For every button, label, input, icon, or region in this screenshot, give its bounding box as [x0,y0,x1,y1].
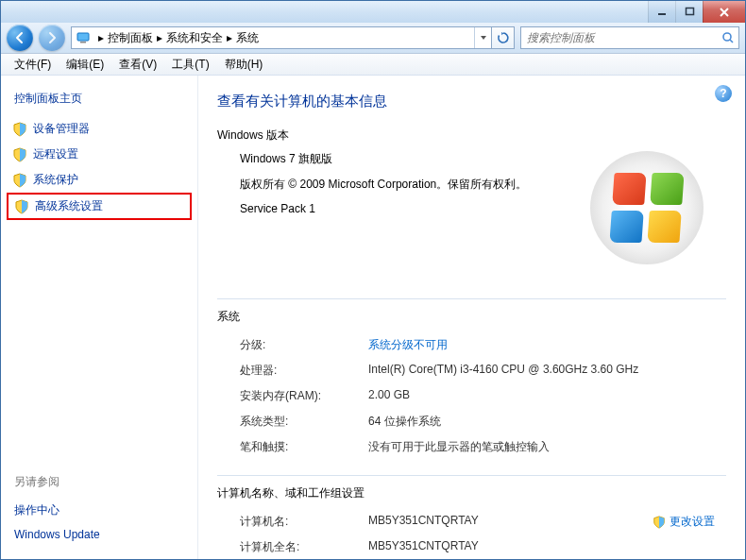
sidebar-item-device-manager[interactable]: 设备管理器 [1,116,197,142]
refresh-icon [497,31,510,44]
address-bar-row: ▸ 控制面板 ▸ 系统和安全 ▸ 系统 [1,23,745,54]
content-pane: ? 查看有关计算机的基本信息 Windows 版本 Windows 7 旗舰版 … [197,76,745,559]
sidebar-item-label: 系统保护 [33,172,78,188]
row-computer-name: 计算机名: MB5Y351CNTQRTAY 更改设置 [217,509,726,535]
value-processor: Intel(R) Core(TM) i3-4160 CPU @ 3.60GHz … [368,363,726,379]
page-title: 查看有关计算机的基本信息 [217,93,726,110]
menu-file[interactable]: 文件(F) [7,55,59,75]
chevron-down-icon [480,34,487,42]
close-icon [719,7,730,18]
breadcrumb-separator-icon: ▸ [153,31,166,44]
sidebar-item-label: 远程设置 [33,146,78,162]
windows-flag-yellow [647,211,681,243]
minimize-icon [657,7,668,17]
windows-flag-red [612,173,646,205]
see-also-windows-update[interactable]: Windows Update [14,523,184,546]
shield-icon [12,122,27,137]
search-icon [721,31,735,44]
breadcrumb-segment[interactable]: 系统 [236,30,259,46]
value-computer-full-name: MB5Y351CNTQRTAY [368,539,726,555]
sidebar-home-link[interactable]: 控制面板主页 [1,87,197,116]
divider [217,475,726,476]
sidebar: 控制面板主页 设备管理器 远程设置 系统保护 高级系统设置 另请参阅 操作中心 … [1,76,197,559]
window-titlebar [1,1,745,23]
menu-help[interactable]: 帮助(H) [217,55,271,75]
svg-rect-1 [686,8,693,15]
refresh-button[interactable] [492,26,515,49]
label-rating: 分级: [240,337,368,353]
forward-button[interactable] [39,25,65,51]
address-dropdown-button[interactable] [474,27,491,48]
change-settings-label: 更改设置 [670,514,715,530]
see-also-section: 另请参阅 操作中心 Windows Update [1,474,197,559]
search-box [520,26,739,49]
see-also-title: 另请参阅 [14,474,184,490]
row-pen-touch: 笔和触摸: 没有可用于此显示器的笔或触控输入 [217,434,726,460]
sidebar-item-label: 设备管理器 [33,121,90,137]
windows-logo [590,151,715,276]
svg-rect-2 [77,33,89,41]
label-computer-full-name: 计算机全名: [240,539,368,555]
value-computer-name: MB5Y351CNTQRTAY [368,514,653,530]
windows-flag-blue [609,211,643,243]
shield-icon [12,173,27,188]
row-ram: 安装内存(RAM): 2.00 GB [217,383,726,409]
back-arrow-icon [13,31,26,44]
section-windows-edition: Windows 7 旗舰版 版权所有 © 2009 Microsoft Corp… [217,151,726,283]
shield-icon [14,199,29,214]
change-settings-link[interactable]: 更改设置 [653,514,715,530]
menu-bar: 文件(F) 编辑(E) 查看(V) 工具(T) 帮助(H) [1,54,745,76]
svg-point-4 [723,33,731,41]
section-computer-name-title: 计算机名称、域和工作组设置 [217,485,726,501]
search-button[interactable] [718,31,738,44]
value-rating-link[interactable]: 系统分级不可用 [368,337,726,353]
svg-rect-0 [658,13,666,15]
value-pen-touch: 没有可用于此显示器的笔或触控输入 [368,439,726,455]
maximize-button[interactable] [675,1,703,23]
breadcrumb-separator-icon: ▸ [94,31,108,44]
windows-flag-green [650,173,684,205]
search-input[interactable] [521,31,718,44]
address-bar[interactable]: ▸ 控制面板 ▸ 系统和安全 ▸ 系统 [71,26,492,49]
row-computer-full-name: 计算机全名: MB5Y351CNTQRTAY [217,535,726,559]
label-processor: 处理器: [240,363,368,379]
sidebar-item-label: 高级系统设置 [35,198,103,214]
shield-icon [653,516,666,529]
value-ram: 2.00 GB [368,388,726,404]
see-also-action-center[interactable]: 操作中心 [14,498,184,523]
menu-tools[interactable]: 工具(T) [164,55,216,75]
row-system-type: 系统类型: 64 位操作系统 [217,409,726,434]
label-system-type: 系统类型: [240,414,368,430]
menu-view[interactable]: 查看(V) [111,55,164,75]
section-system-title: 系统 [217,309,726,325]
svg-line-5 [730,40,733,42]
minimize-button[interactable] [648,1,675,23]
sidebar-item-remote-settings[interactable]: 远程设置 [1,142,197,167]
breadcrumb-separator-icon: ▸ [223,31,236,44]
breadcrumb-segment[interactable]: 系统和安全 [166,30,223,46]
back-button[interactable] [7,25,33,51]
forward-arrow-icon [45,31,59,44]
sidebar-item-system-protection[interactable]: 系统保护 [1,167,197,193]
value-system-type: 64 位操作系统 [368,414,726,430]
close-button[interactable] [703,1,745,23]
section-windows-edition-title: Windows 版本 [217,127,726,144]
label-pen-touch: 笔和触摸: [240,439,368,455]
sidebar-item-advanced-system-settings[interactable]: 高级系统设置 [7,193,192,220]
row-rating: 分级: 系统分级不可用 [217,332,726,358]
menu-edit[interactable]: 编辑(E) [59,55,111,75]
label-computer-name: 计算机名: [240,514,368,530]
svg-rect-3 [80,42,86,43]
shield-icon [12,147,27,162]
row-processor: 处理器: Intel(R) Core(TM) i3-4160 CPU @ 3.6… [217,358,726,383]
label-ram: 安装内存(RAM): [240,388,368,404]
help-button[interactable]: ? [715,85,732,102]
divider [217,298,726,299]
computer-icon [76,30,91,45]
breadcrumb-segment[interactable]: 控制面板 [108,30,153,46]
maximize-icon [685,7,695,17]
main-area: 控制面板主页 设备管理器 远程设置 系统保护 高级系统设置 另请参阅 操作中心 … [1,76,745,559]
